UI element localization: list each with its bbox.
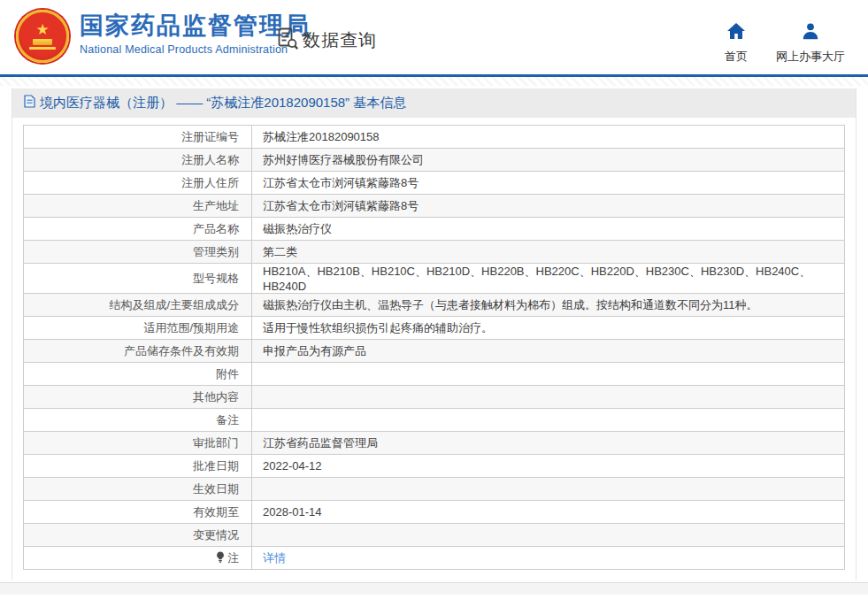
row-value (252, 524, 845, 547)
nav-item-label: 网上办事大厅 (776, 49, 845, 65)
row-value: HB210A、HB210B、HB210C、HB210D、HB220B、HB220… (252, 264, 845, 294)
data-query-label: 数据查询 (303, 28, 377, 52)
row-value: 磁振热治疗仪 (252, 218, 845, 241)
decorative-hatch-strip (0, 77, 868, 86)
registration-table: 注册证编号苏械注准20182090158注册人名称苏州好博医疗器械股份有限公司注… (23, 125, 845, 570)
row-label: 其他内容 (24, 386, 252, 409)
row-value: 申报产品为有源产品 (252, 340, 845, 363)
row-label: 结构及组成/主要组成成分 (24, 294, 252, 317)
row-value: 适用于慢性软组织损伤引起疼痛的辅助治疗。 (252, 317, 845, 340)
table-row: 备注 (24, 409, 845, 432)
home-icon (726, 22, 746, 43)
user-icon (802, 22, 819, 43)
row-value: 苏州好博医疗器械股份有限公司 (252, 149, 845, 172)
row-label: 生产地址 (24, 195, 252, 218)
row-label: 有效期至 (24, 501, 252, 524)
header-nav: 首页 网上办事大厅 (725, 22, 845, 65)
national-emblem-logo: ★ (16, 10, 69, 63)
table-row: 适用范围/预期用途适用于慢性软组织损伤引起疼痛的辅助治疗。 (24, 317, 845, 340)
emblem-base-shape (29, 47, 56, 50)
row-label: 注册证编号 (24, 126, 252, 149)
table-row: 其他内容 (24, 386, 845, 409)
row-label: 备注 (24, 409, 252, 432)
row-label: 附件 (24, 363, 252, 386)
nav-item-label: 首页 (725, 49, 748, 65)
footer-strip (0, 582, 868, 595)
nav-item-service-hall[interactable]: 网上办事大厅 (776, 22, 845, 65)
row-value: 磁振热治疗仪由主机、温热导子（与患者接触材料为棉布）组成。按结构和通道数不同分为… (252, 294, 845, 317)
data-query-section: 数据查询 (276, 27, 377, 54)
row-value (252, 386, 845, 409)
row-label: 型号规格 (24, 264, 252, 294)
content-container: 境内医疗器械（注册） —— “苏械注准20182090158” 基本信息 注册证… (12, 88, 856, 580)
row-label: 注册人名称 (24, 149, 252, 172)
table-row: 产品名称磁振热治疗仪 (24, 218, 845, 241)
row-label: 管理类别 (24, 241, 252, 264)
row-label: 批准日期 (24, 455, 252, 478)
nav-item-home[interactable]: 首页 (725, 22, 748, 65)
row-value: 江苏省太仓市浏河镇紫藤路8号 (252, 172, 845, 195)
table-row: 批准日期2022-04-12 (24, 455, 845, 478)
lightbulb-icon (216, 551, 225, 565)
table-row: 注册人名称苏州好博医疗器械股份有限公司 (24, 149, 845, 172)
row-value: 江苏省药品监督管理局 (252, 432, 845, 455)
detail-link[interactable]: 详情 (263, 551, 286, 565)
row-label: 变更情况 (24, 524, 252, 547)
table-row: 注册人住所江苏省太仓市浏河镇紫藤路8号 (24, 172, 845, 195)
site-header: ★ 国家药品监督管理局 National Medical Products Ad… (0, 0, 868, 74)
emblem-star-icon: ★ (35, 23, 49, 37)
row-label: 审批部门 (24, 432, 252, 455)
row-label: 产品储存条件及有效期 (24, 340, 252, 363)
row-label: 生效日期 (24, 478, 252, 501)
row-label: 产品名称 (24, 218, 252, 241)
row-label: 注 (24, 547, 252, 570)
table-row: 型号规格HB210A、HB210B、HB210C、HB210D、HB220B、H… (24, 264, 845, 294)
emblem-gate-shape (33, 39, 52, 45)
row-value: 详情 (252, 547, 845, 570)
row-label: 注册人住所 (24, 172, 252, 195)
row-value (252, 409, 845, 432)
row-value: 江苏省太仓市浏河镇紫藤路8号 (252, 195, 845, 218)
document-icon (24, 95, 35, 111)
table-row: 附件 (24, 363, 845, 386)
table-row: 变更情况 (24, 524, 845, 547)
page-title-bar: 境内医疗器械（注册） —— “苏械注准20182090158” 基本信息 (12, 88, 856, 118)
table-row: 注详情 (24, 547, 845, 570)
table-row: 产品储存条件及有效期申报产品为有源产品 (24, 340, 845, 363)
registration-table-body: 注册证编号苏械注准20182090158注册人名称苏州好博医疗器械股份有限公司注… (24, 126, 845, 570)
row-value (252, 363, 845, 386)
row-value (252, 478, 845, 501)
page-title: 境内医疗器械（注册） —— “苏械注准20182090158” 基本信息 (40, 95, 406, 111)
row-label: 适用范围/预期用途 (24, 317, 252, 340)
document-search-icon (276, 27, 300, 54)
table-row: 审批部门江苏省药品监督管理局 (24, 432, 845, 455)
table-row: 生产地址江苏省太仓市浏河镇紫藤路8号 (24, 195, 845, 218)
table-row: 生效日期 (24, 478, 845, 501)
table-row: 管理类别第二类 (24, 241, 845, 264)
registration-table-wrap: 注册证编号苏械注准20182090158注册人名称苏州好博医疗器械股份有限公司注… (23, 125, 845, 570)
row-value: 2028-01-14 (252, 501, 845, 524)
table-row: 注册证编号苏械注准20182090158 (24, 126, 845, 149)
row-value: 第二类 (252, 241, 845, 264)
table-row: 结构及组成/主要组成成分磁振热治疗仪由主机、温热导子（与患者接触材料为棉布）组成… (24, 294, 845, 317)
row-value: 2022-04-12 (252, 455, 845, 478)
row-value: 苏械注准20182090158 (252, 126, 845, 149)
table-row: 有效期至2028-01-14 (24, 501, 845, 524)
